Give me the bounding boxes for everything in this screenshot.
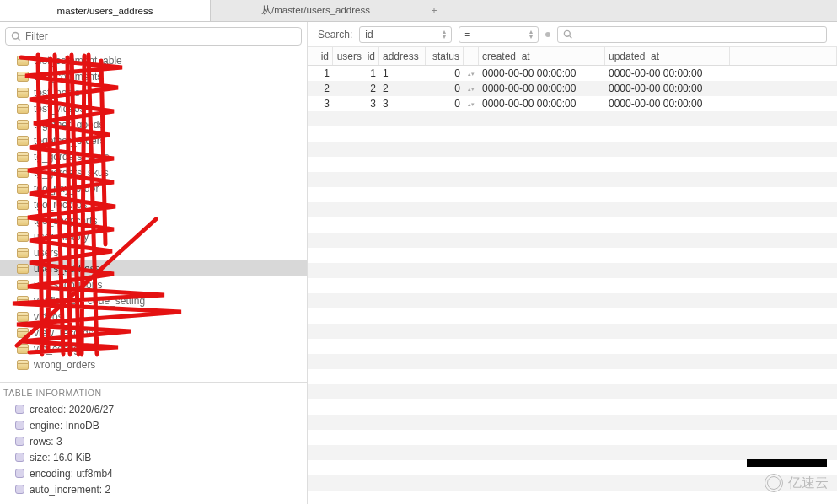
table-row-empty xyxy=(308,293,837,308)
cell-created-at[interactable]: 0000-00-00 00:00:00 xyxy=(479,96,605,111)
tree-item-label: users_address xyxy=(34,263,100,275)
cell-created-at[interactable]: 0000-00-00 00:00:00 xyxy=(479,66,605,81)
tree-item-label: videos xyxy=(34,311,63,323)
tree-item[interactable]: test_posts xyxy=(0,84,307,100)
cell-stepper[interactable]: ▴▾ xyxy=(464,66,479,81)
table-row-empty xyxy=(308,384,837,399)
table-icon xyxy=(17,216,29,226)
column-id[interactable]: id xyxy=(308,47,333,65)
tree-item[interactable]: videos xyxy=(0,308,307,324)
tree-item[interactable]: tgo_pay_order xyxy=(0,180,307,196)
cell-users-id[interactable]: 2 xyxy=(333,81,379,96)
column-created-at[interactable]: created_at xyxy=(479,47,605,65)
tree-item[interactable]: tgo_records xyxy=(0,196,307,212)
search-icon xyxy=(563,29,572,39)
table-row[interactable]: 3330▴▾0000-00-00 00:00:000000-00-00 00:0… xyxy=(308,96,837,111)
tree-item[interactable]: verification_code_setting xyxy=(0,292,307,308)
table-info: TABLE INFORMATION created: 2020/6/27engi… xyxy=(0,382,307,504)
cell-stepper[interactable]: ▴▾ xyxy=(464,81,479,96)
cell-users-id[interactable]: 1 xyxy=(333,66,379,81)
tree-item[interactable]: view_records xyxy=(0,324,307,340)
tree-item[interactable]: together_orders xyxy=(0,132,307,148)
cell-created-at[interactable]: 0000-00-00 00:00:00 xyxy=(479,81,605,96)
svg-line-3 xyxy=(570,36,572,39)
tree-item[interactable]: wrong_orders xyxy=(0,357,307,373)
main-layout: test_comment_abletest_commentstest_posts… xyxy=(0,22,837,504)
table-row-empty xyxy=(308,430,837,445)
tree-item[interactable]: together_goods xyxy=(0,116,307,132)
table-row-empty xyxy=(308,369,837,384)
filter-box[interactable] xyxy=(5,27,302,46)
tab-add-button[interactable]: + xyxy=(421,0,447,21)
tree-item[interactable]: user_history xyxy=(0,228,307,244)
table-icon xyxy=(17,344,29,354)
info-row: created: 2020/6/27 xyxy=(0,401,307,417)
search-value-input[interactable] xyxy=(557,26,827,43)
info-bullet-icon xyxy=(15,453,24,462)
tree-item-label: test_comment_able xyxy=(34,55,122,67)
sidebar: test_comment_abletest_commentstest_posts… xyxy=(0,22,308,504)
stepper-icon: ▴▾ xyxy=(468,102,475,106)
tree-item[interactable]: tg_gorders_units xyxy=(0,148,307,164)
cell-stepper[interactable]: ▴▾ xyxy=(464,96,479,111)
cell-id[interactable]: 1 xyxy=(308,66,333,81)
table-info-header: TABLE INFORMATION xyxy=(0,383,307,401)
search-column-value: id xyxy=(365,29,373,40)
table-icon xyxy=(17,296,29,306)
table-icon xyxy=(17,104,29,114)
tree[interactable]: test_comment_abletest_commentstest_posts… xyxy=(0,51,307,382)
tree-item-label: together_goods xyxy=(34,119,104,131)
tree-item[interactable]: test_comment_able xyxy=(0,52,307,68)
cell-address[interactable]: 1 xyxy=(379,66,426,81)
cell-id[interactable]: 3 xyxy=(308,96,333,111)
table-row-empty xyxy=(308,111,837,126)
tree-item[interactable]: tgo_shopcarts xyxy=(0,212,307,228)
tree-item[interactable]: users xyxy=(0,244,307,260)
table-icon xyxy=(17,168,29,178)
table-row-empty xyxy=(308,445,837,460)
tab-master[interactable]: master/users_address xyxy=(0,0,211,21)
column-address[interactable]: address xyxy=(379,47,426,65)
tree-item[interactable]: test_videos xyxy=(0,100,307,116)
cell-users-id[interactable]: 3 xyxy=(333,96,379,111)
search-value-field[interactable] xyxy=(577,29,821,40)
info-text: auto_increment: 2 xyxy=(30,484,110,496)
column-users-id[interactable]: users_id xyxy=(333,47,379,65)
cell-updated-at[interactable]: 0000-00-00 00:00:00 xyxy=(605,81,730,96)
cell-status[interactable]: 0 xyxy=(426,66,464,81)
search-column-select[interactable]: id ▴▾ xyxy=(359,26,452,43)
cell-address[interactable]: 2 xyxy=(379,81,426,96)
filter-input[interactable] xyxy=(25,30,296,42)
column-updated-at[interactable]: updated_at xyxy=(605,47,730,65)
tree-item-label: tg_gorders_units xyxy=(34,151,109,163)
tree-item[interactable]: vip_config xyxy=(0,340,307,357)
cell-updated-at[interactable]: 0000-00-00 00:00:00 xyxy=(605,66,730,81)
info-text: encoding: utf8mb4 xyxy=(30,468,113,480)
info-bullet-icon xyxy=(15,405,24,414)
table-row-empty xyxy=(308,217,837,233)
table-row[interactable]: 2220▴▾0000-00-00 00:00:000000-00-00 00:0… xyxy=(308,81,837,96)
table-row-empty xyxy=(308,475,837,491)
info-text: rows: 3 xyxy=(30,436,62,448)
chevron-updown-icon: ▴▾ xyxy=(529,29,533,40)
grid-body[interactable]: 1110▴▾0000-00-00 00:00:000000-00-00 00:0… xyxy=(308,66,837,504)
search-operator-value: = xyxy=(464,29,470,40)
table-row-empty xyxy=(308,142,837,157)
tree-item[interactable]: tg_gorders_skus xyxy=(0,164,307,180)
table-icon xyxy=(17,152,29,162)
cell-id[interactable]: 2 xyxy=(308,81,333,96)
column-status[interactable]: status xyxy=(426,47,464,65)
cell-status[interactable]: 0 xyxy=(426,81,464,96)
table-row-empty xyxy=(308,278,837,293)
tree-item[interactable]: users_address xyxy=(0,260,307,276)
table-row[interactable]: 1110▴▾0000-00-00 00:00:000000-00-00 00:0… xyxy=(308,66,837,81)
tree-item[interactable]: users_coupons xyxy=(0,276,307,292)
cell-address[interactable]: 3 xyxy=(379,96,426,111)
tab-slave[interactable]: 从/master/users_address xyxy=(211,0,421,21)
cell-status[interactable]: 0 xyxy=(426,96,464,111)
search-operator-select[interactable]: = ▴▾ xyxy=(459,26,539,43)
cell-updated-at[interactable]: 0000-00-00 00:00:00 xyxy=(605,96,730,111)
tree-item[interactable]: test_comments xyxy=(0,68,307,84)
grid-header: id users_id address status created_at up… xyxy=(308,47,837,66)
tab-label: 从/master/users_address xyxy=(261,4,370,17)
